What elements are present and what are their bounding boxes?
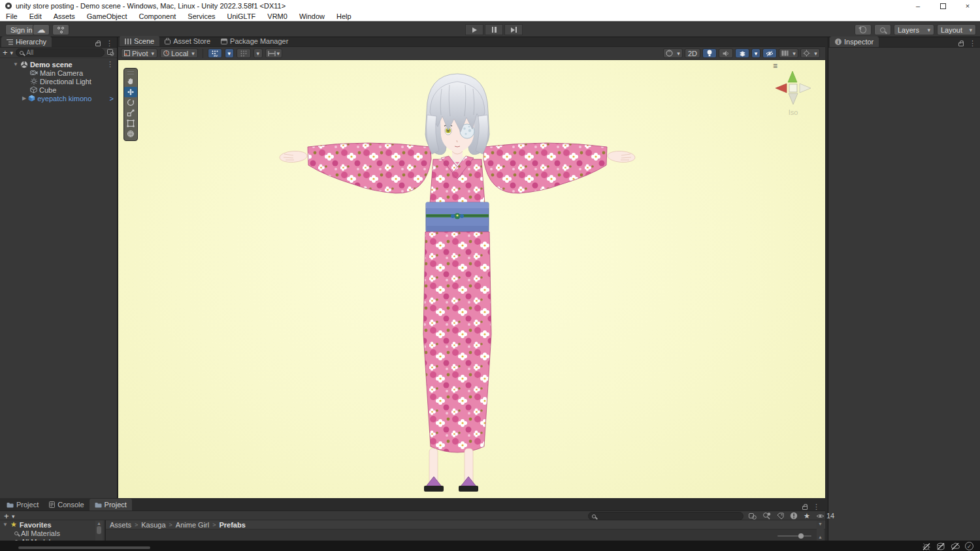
horizontal-scrollbar[interactable] — [18, 546, 150, 549]
breadcrumb-assets[interactable]: Assets — [110, 521, 131, 529]
global-search-button[interactable] — [874, 24, 891, 35]
grid-visibility-toggle[interactable] — [237, 48, 251, 58]
minimize-button[interactable]: – — [906, 0, 930, 12]
label-icon[interactable] — [777, 512, 784, 520]
hierarchy-row-camera[interactable]: Main Camera — [0, 69, 117, 77]
menu-window[interactable]: Window — [293, 12, 331, 22]
tab-console[interactable]: Console — [44, 499, 89, 511]
create-dropdown-icon[interactable]: ▾ — [10, 50, 14, 56]
component-drawer-dropdown[interactable]: ▾ — [779, 48, 798, 58]
scene-viewport[interactable]: ≡ Iso — [118, 60, 825, 498]
scale-tool[interactable] — [124, 108, 137, 118]
menu-edit[interactable]: Edit — [24, 12, 48, 22]
favorites-filter-icon[interactable]: ★ — [804, 512, 810, 520]
version-control-button[interactable] — [52, 24, 69, 35]
rotate-tool[interactable] — [124, 97, 137, 108]
create-button[interactable]: + — [3, 48, 8, 57]
hierarchy-row-prefab[interactable]: ▶ eyepatch kimono > — [0, 94, 117, 102]
layers-dropdown[interactable]: Layers▾ — [894, 24, 934, 35]
tab-package-manager[interactable]: Package Manager — [216, 36, 293, 46]
project-content-area[interactable] — [106, 529, 825, 541]
local-dropdown[interactable]: Local▾ — [160, 48, 198, 58]
debugger-disabled-icon[interactable] — [922, 543, 931, 550]
menu-vrm0[interactable]: VRM0 — [261, 12, 293, 22]
project-search-input[interactable] — [598, 512, 740, 520]
favorites-scrollbar[interactable]: ▲ — [95, 520, 103, 541]
search-picker-icon[interactable] — [749, 512, 757, 520]
tab-project-1[interactable]: Project — [1, 499, 44, 511]
lock-icon[interactable] — [95, 42, 101, 46]
tab-hierarchy[interactable]: Hierarchy — [1, 37, 52, 47]
foldout-open-icon[interactable]: ▼ — [3, 522, 8, 527]
audio-toggle[interactable] — [719, 48, 733, 58]
menu-services[interactable]: Services — [182, 12, 221, 22]
tab-asset-store[interactable]: Asset Store — [159, 36, 216, 46]
close-button[interactable]: × — [955, 0, 980, 12]
panel-menu-icon[interactable]: ⋮ — [106, 40, 113, 47]
menu-assets[interactable]: Assets — [48, 12, 81, 22]
hierarchy-row-cube[interactable]: Cube — [0, 86, 117, 94]
menu-unigltf[interactable]: UniGLTF — [221, 12, 262, 22]
breadcrumb-kasuga[interactable]: Kasuga — [141, 521, 165, 529]
hierarchy-search-input[interactable] — [26, 49, 101, 56]
tab-project-2[interactable]: Project — [90, 499, 132, 511]
play-button[interactable] — [465, 24, 483, 35]
hand-tool[interactable] — [124, 76, 137, 87]
camera-settings-dropdown[interactable]: ▾ — [800, 48, 820, 58]
undo-history-button[interactable] — [855, 24, 872, 35]
grid-snapping-dropdown[interactable]: ▾ — [225, 48, 234, 58]
hierarchy-search[interactable] — [16, 48, 105, 57]
cloud-button[interactable]: ☁ — [33, 24, 50, 35]
menu-file[interactable]: File — [0, 12, 24, 22]
project-scrollbar[interactable]: ▼ ▲ — [817, 520, 824, 541]
menu-help[interactable]: Help — [331, 12, 357, 22]
favorites-all-materials[interactable]: All Materials — [0, 529, 105, 537]
pause-button[interactable] — [485, 24, 503, 35]
orientation-gizmo[interactable]: Iso — [770, 67, 816, 123]
tab-inspector[interactable]: i Inspector — [830, 37, 879, 47]
move-tool[interactable] — [124, 87, 137, 97]
breadcrumb-prefabs[interactable]: Prefabs — [219, 521, 245, 529]
search-store-icon[interactable] — [762, 512, 771, 520]
snap-increment-toggle[interactable]: ▾ — [265, 48, 282, 58]
favorites-header[interactable]: ▼ ★ Favorites — [0, 520, 105, 529]
create-dropdown-icon[interactable]: ▾ — [12, 513, 15, 520]
cache-server-disabled-icon[interactable] — [936, 543, 945, 550]
draw-mode-dropdown[interactable]: ▾ — [663, 48, 683, 58]
type-filter-icon[interactable] — [790, 512, 798, 520]
panel-menu-icon[interactable]: ⋮ — [969, 40, 976, 47]
scene-visibility-toggle[interactable] — [762, 48, 777, 58]
maximize-button[interactable] — [930, 0, 955, 12]
menu-component[interactable]: Component — [133, 12, 182, 22]
effects-dropdown[interactable]: ▾ — [751, 48, 760, 58]
tab-scene[interactable]: Scene — [120, 36, 159, 46]
transform-tool[interactable] — [124, 129, 137, 139]
scene-menu-icon[interactable]: ⋮ — [106, 61, 117, 68]
import-activity-icon[interactable]: ✓ — [965, 542, 973, 550]
layout-dropdown[interactable]: Layout▾ — [937, 24, 976, 35]
panel-menu-icon[interactable]: ⋮ — [813, 503, 820, 511]
foldout-closed-icon[interactable]: ▶ — [22, 95, 26, 101]
effects-toggle[interactable] — [735, 48, 749, 58]
menu-gameobject[interactable]: GameObject — [81, 12, 133, 22]
grid-visibility-dropdown[interactable]: ▾ — [253, 48, 263, 58]
hierarchy-row-scene[interactable]: ▼ Demo scene ⋮ — [0, 60, 117, 69]
prefab-open-chevron[interactable]: > — [110, 95, 117, 102]
lighting-toggle[interactable] — [702, 48, 717, 58]
gizmo-projection-label[interactable]: Iso — [770, 108, 816, 116]
overlay-drag-handle[interactable] — [127, 71, 134, 74]
create-button[interactable]: + — [4, 511, 9, 521]
pivot-dropdown[interactable]: Pivot▾ — [121, 48, 157, 58]
search-by-type-icon[interactable] — [107, 49, 114, 56]
cloud-sync-disabled-icon[interactable] — [951, 543, 960, 550]
project-search[interactable] — [588, 512, 743, 520]
step-button[interactable] — [504, 24, 523, 35]
2d-toggle[interactable]: 2D — [685, 48, 700, 58]
rect-tool[interactable] — [124, 118, 137, 129]
hierarchy-row-light[interactable]: Directional Light — [0, 77, 117, 86]
visibility-count[interactable]: 14 — [816, 512, 834, 520]
breadcrumb-anime-girl[interactable]: Anime Girl — [176, 521, 209, 529]
lock-icon[interactable] — [802, 506, 808, 510]
lock-icon[interactable] — [958, 42, 964, 46]
thumbnail-zoom-slider[interactable] — [777, 533, 811, 539]
